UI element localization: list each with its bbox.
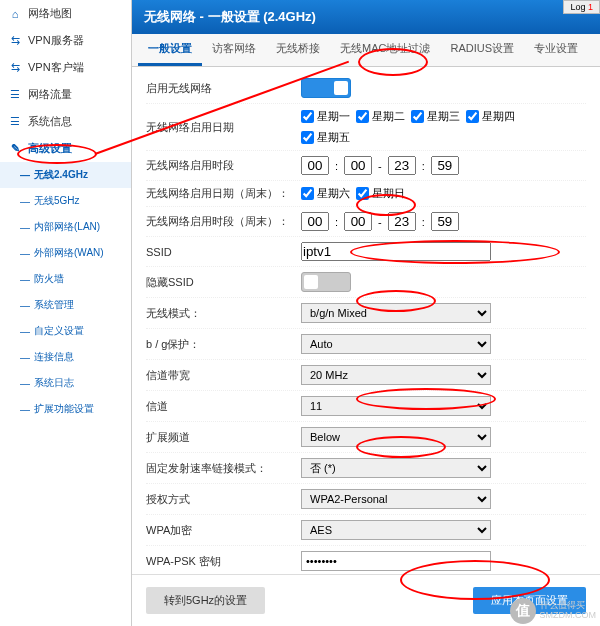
- input-ssid[interactable]: [301, 242, 491, 261]
- check-mon[interactable]: [301, 110, 314, 123]
- time-from-h[interactable]: [301, 156, 329, 175]
- check-tue[interactable]: [356, 110, 369, 123]
- sidebar-sub-firewall[interactable]: 防火墙: [0, 266, 131, 292]
- home-icon: ⌂: [8, 7, 22, 21]
- label-auth: 授权方式: [146, 492, 301, 507]
- time-from-m[interactable]: [344, 156, 372, 175]
- label-psk: WPA-PSK 密钥: [146, 554, 301, 569]
- sidebar-item-sysinfo[interactable]: ☰系统信息: [0, 108, 131, 135]
- select-fixedrate[interactable]: 否 (*): [301, 458, 491, 478]
- label-weekend-date: 无线网络启用日期（周末）：: [146, 186, 301, 201]
- check-wed[interactable]: [411, 110, 424, 123]
- info-icon: ☰: [8, 115, 22, 129]
- label-weekend-time: 无线网络启用时段（周末）：: [146, 214, 301, 229]
- select-bg[interactable]: Auto: [301, 334, 491, 354]
- sidebar-item-map[interactable]: ⌂网络地图: [0, 0, 131, 27]
- select-wpa[interactable]: AES: [301, 520, 491, 540]
- label-enable: 启用无线网络: [146, 81, 301, 96]
- check-thu[interactable]: [466, 110, 479, 123]
- sidebar-sub-lan[interactable]: 内部网络(LAN): [0, 214, 131, 240]
- bars-icon: ☰: [8, 88, 22, 102]
- label-hidessid: 隐藏SSID: [146, 275, 301, 290]
- sidebar-sub-ext[interactable]: 扩展功能设置: [0, 396, 131, 422]
- tab-general[interactable]: 一般设置: [138, 34, 202, 66]
- sidebar-sub-24ghz[interactable]: 无线2.4GHz: [0, 162, 131, 188]
- sidebar-item-vpnserver[interactable]: ⇆VPN服务器: [0, 27, 131, 54]
- log-bar: Log 1: [563, 0, 600, 14]
- page-title: 无线网络 - 一般设置 (2.4GHz): [132, 0, 600, 34]
- check-sun[interactable]: [356, 187, 369, 200]
- label-fixed: 固定发射速率链接模式：: [146, 461, 301, 476]
- tab-macfilter[interactable]: 无线MAC地址过滤: [330, 34, 440, 66]
- swap-icon: ⇆: [8, 61, 22, 75]
- toggle-hide-ssid[interactable]: [301, 272, 351, 292]
- sidebar-item-traffic[interactable]: ☰网络流量: [0, 81, 131, 108]
- app-container: ⌂网络地图 ⇆VPN服务器 ⇆VPN客户端 ☰网络流量 ☰系统信息 ✎高级设置 …: [0, 0, 600, 626]
- select-mode[interactable]: b/g/n Mixed: [301, 303, 491, 323]
- label-schedule-date: 无线网络启用日期: [146, 120, 301, 135]
- time-to-h[interactable]: [388, 156, 416, 175]
- select-channel[interactable]: 11: [301, 396, 491, 416]
- tab-bridge[interactable]: 无线桥接: [266, 34, 330, 66]
- input-psk[interactable]: [301, 551, 491, 571]
- tabs: 一般设置 访客网络 无线桥接 无线MAC地址过滤 RADIUS设置 专业设置: [132, 34, 600, 67]
- wtime-from-h[interactable]: [301, 212, 329, 231]
- swap-icon: ⇆: [8, 34, 22, 48]
- label-bg: b / g保护：: [146, 337, 301, 352]
- select-bandwidth[interactable]: 20 MHz: [301, 365, 491, 385]
- toggle-enable-wireless[interactable]: [301, 78, 351, 98]
- watermark: 值 什么值得买 SMZDM.COM: [510, 598, 597, 624]
- tab-guest[interactable]: 访客网络: [202, 34, 266, 66]
- select-auth[interactable]: WPA2-Personal: [301, 489, 491, 509]
- wtime-to-h[interactable]: [388, 212, 416, 231]
- label-ssid: SSID: [146, 246, 301, 258]
- label-ch: 信道: [146, 399, 301, 414]
- sidebar-sub-syslog[interactable]: 系统日志: [0, 370, 131, 396]
- wtime-to-m[interactable]: [431, 212, 459, 231]
- goto-5ghz-button[interactable]: 转到5GHz的设置: [146, 587, 265, 614]
- tab-pro[interactable]: 专业设置: [524, 34, 588, 66]
- label-ext: 扩展频道: [146, 430, 301, 445]
- sidebar-section-advanced[interactable]: ✎高级设置: [0, 135, 131, 162]
- wrench-icon: ✎: [8, 142, 22, 156]
- time-to-m[interactable]: [431, 156, 459, 175]
- wtime-from-m[interactable]: [344, 212, 372, 231]
- check-fri[interactable]: [301, 131, 314, 144]
- sidebar-sub-sysmanage[interactable]: 系统管理: [0, 292, 131, 318]
- sidebar-sub-conninfo[interactable]: 连接信息: [0, 344, 131, 370]
- check-sat[interactable]: [301, 187, 314, 200]
- tab-radius[interactable]: RADIUS设置: [440, 34, 524, 66]
- label-wpa: WPA加密: [146, 523, 301, 538]
- sidebar-sub-wan[interactable]: 外部网络(WAN): [0, 240, 131, 266]
- label-bw: 信道带宽: [146, 368, 301, 383]
- sidebar-sub-5ghz[interactable]: 无线5GHz: [0, 188, 131, 214]
- label-mode: 无线模式：: [146, 306, 301, 321]
- label-schedule-time: 无线网络启用时段: [146, 158, 301, 173]
- select-extchannel[interactable]: Below: [301, 427, 491, 447]
- form-body: 启用无线网络 无线网络启用日期 星期一 星期二 星期三 星期四 星期五 无线网络…: [132, 67, 600, 574]
- sidebar-item-vpnclient[interactable]: ⇆VPN客户端: [0, 54, 131, 81]
- watermark-icon: 值: [510, 598, 536, 624]
- sidebar: ⌂网络地图 ⇆VPN服务器 ⇆VPN客户端 ☰网络流量 ☰系统信息 ✎高级设置 …: [0, 0, 132, 626]
- sidebar-sub-custom[interactable]: 自定义设置: [0, 318, 131, 344]
- main-panel: 无线网络 - 一般设置 (2.4GHz) 一般设置 访客网络 无线桥接 无线MA…: [132, 0, 600, 626]
